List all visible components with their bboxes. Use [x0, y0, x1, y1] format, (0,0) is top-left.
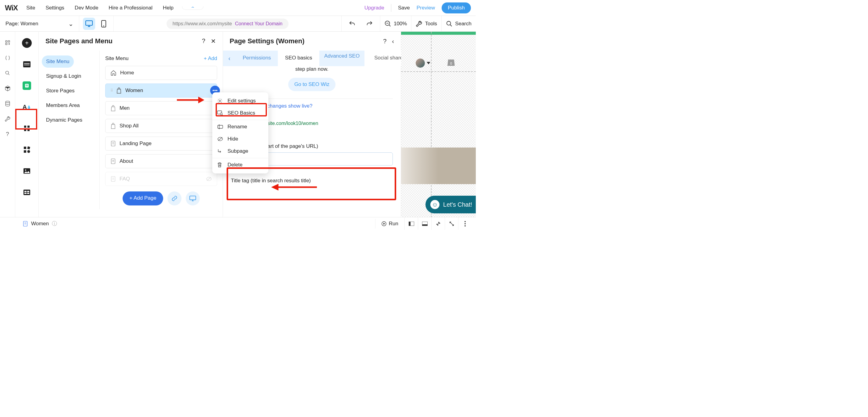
undo-button[interactable] — [346, 21, 358, 27]
page-structure-icon[interactable] — [4, 39, 11, 46]
chat-widget[interactable]: ☺ Let's Chat! — [426, 196, 476, 213]
svg-rect-28 — [111, 159, 115, 164]
svg-rect-9 — [24, 65, 30, 65]
tab-seo-basics[interactable]: SEO basics — [278, 51, 319, 66]
bottom-page-label[interactable]: Women — [31, 221, 49, 227]
pages-panel-button[interactable] — [20, 57, 34, 71]
packages-icon[interactable] — [4, 85, 11, 92]
add-page-button[interactable]: + Add Page — [123, 191, 163, 205]
hero-image — [401, 148, 476, 184]
ctx-subpage[interactable]: Subpage — [212, 145, 269, 157]
add-folder-button[interactable] — [186, 191, 200, 205]
divider — [391, 4, 391, 12]
page-list-title: Site Menu — [105, 56, 129, 62]
run-button[interactable]: Run — [375, 219, 404, 229]
properties-panel-button[interactable] — [404, 217, 418, 230]
svg-rect-0 — [86, 21, 92, 25]
svg-rect-17 — [24, 147, 26, 149]
ctx-delete[interactable]: Delete — [212, 159, 269, 171]
add-element-button[interactable]: + — [20, 36, 34, 50]
publish-button[interactable]: Publish — [442, 2, 471, 13]
seo-wiz-button[interactable]: Go to SEO Wiz — [288, 78, 336, 91]
redo-icon — [366, 21, 373, 27]
page-item-home[interactable]: Home — [105, 66, 217, 80]
ctx-seo-basics[interactable]: SEO Basics — [212, 107, 269, 119]
svg-rect-22 — [24, 190, 30, 195]
minimize-button[interactable] — [431, 217, 445, 230]
my-business-button[interactable] — [20, 143, 34, 157]
wrench-icon — [416, 21, 423, 27]
ctx-rename[interactable]: Rename — [212, 121, 269, 133]
tabs-scroll-left[interactable]: ‹ — [223, 51, 236, 66]
search-gutter-icon[interactable] — [4, 69, 11, 77]
preview-link[interactable]: Preview — [416, 5, 435, 11]
mobile-view-button[interactable] — [98, 18, 110, 30]
tab-advanced-seo[interactable]: Advanced SEO — [319, 51, 365, 66]
top-menu-links: Site Settings Dev Mode Hire a Profession… — [26, 5, 174, 11]
tab-permissions[interactable]: Permissions — [236, 51, 278, 66]
popout-button[interactable] — [445, 217, 458, 230]
shopping-bag-icon[interactable]: 0 — [447, 58, 455, 66]
kebab-menu[interactable] — [458, 217, 471, 230]
canvas-site-header-strip — [401, 32, 476, 35]
panel2-help-button[interactable]: ? — [383, 38, 386, 45]
category-site-menu[interactable]: Site Menu — [42, 56, 74, 68]
help-gutter-icon[interactable]: ? — [4, 130, 11, 138]
add-menu-item[interactable]: + Add — [204, 56, 217, 62]
info-icon[interactable]: ⓘ — [52, 220, 57, 227]
panel2-back-button[interactable]: ‹ — [392, 38, 394, 45]
page-item-faq[interactable]: FAQ — [105, 172, 217, 186]
category-store-pages[interactable]: Store Pages — [42, 85, 96, 97]
page-item-about[interactable]: About — [105, 154, 217, 168]
content-button[interactable] — [20, 185, 34, 199]
tools-gutter-icon[interactable] — [4, 115, 11, 123]
theme-button[interactable]: A💧 — [20, 100, 34, 114]
category-signup-login[interactable]: Signup & Login — [42, 70, 96, 82]
smiley-icon: ☺ — [430, 200, 439, 209]
media-button[interactable] — [20, 164, 34, 178]
page-categories: Site Menu Signup & Login Store Pages Mem… — [39, 51, 100, 209]
category-dynamic-pages[interactable]: Dynamic Pages — [42, 114, 96, 126]
tools-menu[interactable]: Tools — [411, 16, 441, 31]
svg-rect-27 — [111, 141, 115, 146]
database-icon[interactable] — [4, 100, 11, 107]
desktop-view-button[interactable] — [83, 18, 95, 30]
site-url-chip[interactable]: https://www.wix.com/mysite Connect Your … — [166, 19, 288, 29]
add-link-button[interactable] — [167, 191, 182, 205]
page-selector[interactable]: Page: Women ⌄ — [0, 16, 79, 31]
page-item-shopall[interactable]: Shop All — [105, 119, 217, 133]
panel-close-button[interactable]: ✕ — [211, 37, 216, 45]
connect-domain-link[interactable]: Connect Your Domain — [235, 21, 283, 27]
app-market-button[interactable] — [20, 121, 34, 135]
search-menu[interactable]: Search — [441, 16, 476, 31]
upgrade-link[interactable]: Upgrade — [365, 5, 384, 11]
svg-point-33 — [220, 113, 222, 115]
console-button[interactable] — [418, 217, 431, 230]
bag-icon — [111, 123, 116, 129]
site-canvas[interactable]: 0 ☺ Let's Chat! — [401, 32, 476, 230]
wix-logo: WiX — [5, 4, 18, 12]
svg-rect-24 — [27, 191, 29, 192]
menu-settings[interactable]: Settings — [45, 5, 64, 11]
menu-hire[interactable]: Hire a Professional — [108, 5, 153, 11]
menu-devmode[interactable]: Dev Mode — [75, 5, 98, 11]
menu-site[interactable]: Site — [26, 5, 35, 11]
drag-handle-icon[interactable]: ⠿ — [111, 88, 113, 93]
svg-rect-30 — [190, 196, 196, 200]
save-button[interactable]: Save — [398, 5, 410, 11]
redo-button[interactable] — [364, 21, 376, 27]
ctx-edit-settings[interactable]: Edit settings — [212, 95, 269, 107]
collapse-top-chip[interactable] — [182, 6, 204, 10]
category-members-area[interactable]: Members Area — [42, 99, 96, 111]
zoom-control[interactable]: 100% — [380, 16, 411, 31]
cms-panel-button[interactable] — [20, 78, 34, 93]
svg-rect-45 — [422, 224, 428, 226]
ctx-hide[interactable]: Hide — [212, 133, 269, 145]
page-item-landing[interactable]: Landing Page — [105, 136, 217, 151]
member-avatar[interactable] — [416, 59, 425, 68]
seo-plan-text: step plan now. — [295, 66, 329, 72]
menu-help[interactable]: Help — [163, 5, 174, 11]
panel-help-button[interactable]: ? — [202, 37, 205, 45]
code-icon[interactable] — [4, 54, 11, 62]
svg-rect-14 — [27, 126, 30, 128]
